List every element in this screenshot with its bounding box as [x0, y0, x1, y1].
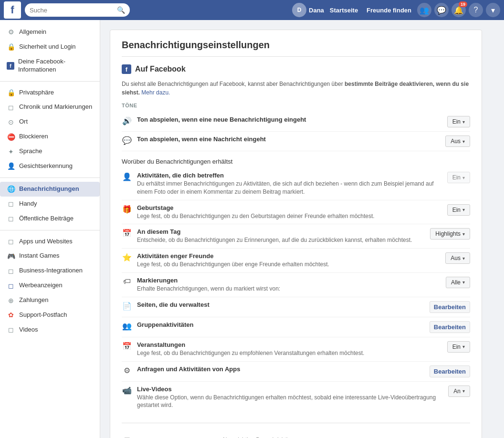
- seiten-edit-btn[interactable]: Bearbeiten: [430, 301, 470, 313]
- groups-icon: 👥: [122, 322, 132, 331]
- chevron-down-icon: ▾: [462, 175, 465, 180]
- ton-neu-dropdown[interactable]: Ein ▾: [447, 116, 470, 127]
- sidebar-item-chronik[interactable]: ◻ Chronik und Markierungen: [0, 100, 100, 115]
- sidebar-item-business[interactable]: ◻ Business-Integrationen: [0, 263, 100, 278]
- sidebar-item-zahlungen[interactable]: ⊕ Zahlungen: [0, 293, 100, 308]
- search-input[interactable]: [30, 7, 115, 14]
- aktivitaeten-dropdown[interactable]: Ein ▾: [447, 172, 470, 183]
- notifications-icon-btn[interactable]: 🔔 19: [452, 3, 466, 17]
- sidebar-item-games[interactable]: 🎮 Instant Games: [0, 249, 100, 263]
- setting-info: Ton abspielen, wenn eine neue Benachrich…: [137, 116, 442, 123]
- messenger-icon-btn[interactable]: 💬: [434, 3, 449, 17]
- setting-info: Ton abspielen, wenn eine Nachricht einge…: [137, 136, 441, 143]
- sidebar-label: Handy: [19, 200, 37, 208]
- freunde-finden-link[interactable]: Freunde finden: [364, 7, 414, 14]
- page-title: Benachrichtigungseinstellungen: [122, 40, 470, 57]
- gear-icon: ⚙: [7, 28, 15, 36]
- bottom-row-email: ✉ E-Mail-Adresse Nur wichtige Benachrich…: [122, 431, 470, 438]
- worüber-label: Worüber du Benachrichtigungen erhältst: [122, 158, 470, 165]
- user-profile[interactable]: D Dana: [292, 3, 324, 17]
- setting-title: Geburtstage: [137, 204, 442, 211]
- sidebar-item-sprache[interactable]: ✦ Sprache: [0, 144, 100, 159]
- apps-icon: ◻: [7, 238, 15, 245]
- chronik-icon: ◻: [7, 104, 15, 111]
- search-bar[interactable]: 🔍: [25, 3, 130, 17]
- mehr-dazu-link[interactable]: Mehr dazu.: [141, 89, 170, 96]
- menu-arrow-btn[interactable]: ▾: [486, 3, 500, 17]
- sidebar-label: Öffentliche Beiträge: [19, 215, 74, 223]
- setting-title: Veranstaltungen: [137, 341, 442, 348]
- startseite-link[interactable]: Startseite: [327, 7, 361, 14]
- friends-icon-btn[interactable]: 👥: [417, 3, 431, 17]
- chevron-down-icon: ▾: [462, 280, 465, 285]
- geburtstage-dropdown[interactable]: Ein ▾: [447, 204, 470, 216]
- help-icon: ?: [474, 6, 478, 14]
- setting-desc: Entscheide, ob du Benachrichtigungen zu …: [137, 236, 425, 244]
- markierungen-dropdown[interactable]: Alle ▾: [446, 277, 470, 288]
- page-icon: 📄: [122, 302, 132, 311]
- sidebar-item-blockieren[interactable]: ⛔ Blockieren: [0, 129, 100, 144]
- sidebar-item-videos[interactable]: ◻ Videos: [0, 323, 100, 337]
- section-description: Du siehst alle Benachrichtigungen auf Fa…: [122, 80, 470, 97]
- sidebar-label: Benachrichtigungen: [19, 185, 79, 193]
- section-title: Auf Facebook: [135, 65, 186, 73]
- sidebar-item-handy[interactable]: ◻ Handy: [0, 197, 100, 211]
- sidebar-label: Business-Integrationen: [19, 267, 83, 275]
- sidebar-item-support[interactable]: ✿ Support-Postfach: [0, 308, 100, 323]
- sidebar-item-apps[interactable]: ◻ Apps und Websites: [0, 234, 100, 249]
- setting-row-geburtstage: 🎁 Geburtstage Lege fest, ob du Benachric…: [122, 200, 470, 225]
- privacy-icon: 🔒: [7, 89, 15, 96]
- setting-action: Aus ▾: [445, 252, 470, 264]
- sidebar-item-benachrichtigungen[interactable]: 🌐 Benachrichtigungen: [0, 182, 100, 197]
- anfragen-edit-btn[interactable]: Bearbeiten: [430, 365, 470, 377]
- an-diesem-tag-dropdown[interactable]: Highlights ▾: [430, 228, 470, 240]
- setting-info: Gruppenaktivitäten: [137, 321, 425, 328]
- sidebar-item-werbeanzeigen[interactable]: ◻ Werbeanzeigen: [0, 278, 100, 293]
- setting-desc: Erhalte Benachrichtigungen, wenn du mark…: [137, 285, 441, 293]
- setting-row-ton-nachricht: 💬 Ton abspielen, wenn eine Nachricht ein…: [122, 132, 470, 151]
- setting-info: Seiten, die du verwaltest: [137, 301, 425, 308]
- setting-row-markierungen: 🏷 Markierungen Erhalte Benachrichtigunge…: [122, 273, 470, 297]
- aktivitaeten-freunde-dropdown[interactable]: Aus ▾: [445, 252, 470, 264]
- events-icon: 📅: [122, 342, 132, 351]
- block-icon: ⛔: [7, 133, 15, 141]
- setting-info: Live-Videos Wähle diese Option, wenn du …: [137, 386, 443, 410]
- sidebar-item-sicherheit[interactable]: 🔒 Sicherheit und Login: [0, 40, 100, 54]
- setting-action: Ein ▾: [447, 341, 470, 353]
- star-icon: ⭐: [122, 253, 132, 262]
- facebook-logo[interactable]: f: [4, 1, 21, 19]
- sound-icon: 🔊: [122, 116, 132, 125]
- setting-desc: Lege fest, ob du Benachrichtigungen zu d…: [137, 212, 442, 220]
- apps-req-icon: ⚙: [122, 366, 132, 375]
- sidebar-label: Support-Postfach: [19, 311, 67, 319]
- live-videos-dropdown[interactable]: An ▾: [448, 386, 470, 397]
- ton-nachricht-dropdown[interactable]: Aus ▾: [445, 136, 470, 147]
- sidebar-label: Ort: [19, 118, 28, 126]
- setting-info: Aktivitäten enger Freunde Lege fest, ob …: [137, 252, 441, 269]
- friends-icon: 👥: [420, 6, 429, 15]
- sidebar-label: Privatsphäre: [19, 89, 54, 97]
- facebook-section-icon: f: [122, 64, 131, 74]
- sidebar-item-oeffentlich[interactable]: ◻ Öffentliche Beiträge: [0, 211, 100, 226]
- sidebar-item-ort[interactable]: ⊙ Ort: [0, 115, 100, 129]
- sidebar-item-privatsphaere[interactable]: 🔒 Privatsphäre: [0, 85, 100, 100]
- sidebar-item-gesicht[interactable]: 👤 Gesichtserkennung: [0, 159, 100, 174]
- help-icon-btn[interactable]: ?: [469, 3, 483, 17]
- language-icon: ✦: [7, 148, 15, 156]
- setting-row-veranstaltungen: 📅 Veranstaltungen Lege fest, ob du Benac…: [122, 337, 470, 362]
- support-icon: ✿: [7, 311, 15, 319]
- sidebar-item-allgemein[interactable]: ⚙ Allgemein: [0, 25, 100, 40]
- avatar: D: [292, 3, 306, 17]
- sidebar-label: Zahlungen: [19, 296, 48, 304]
- setting-action: Bearbeiten: [430, 301, 470, 313]
- sidebar-divider: [0, 81, 100, 82]
- user-icon: 👤: [122, 172, 132, 181]
- calendar-icon: 📅: [122, 229, 132, 238]
- sidebar-item-facebook-info[interactable]: f Deine Facebook-Informationen: [0, 54, 100, 77]
- setting-action: Ein ▾: [447, 172, 470, 183]
- veranstaltungen-dropdown[interactable]: Ein ▾: [447, 341, 470, 353]
- setting-title: An diesem Tag: [137, 228, 425, 235]
- chevron-down-icon: ▾: [462, 231, 465, 237]
- gruppen-edit-btn[interactable]: Bearbeiten: [430, 321, 470, 333]
- sidebar: ⚙ Allgemein 🔒 Sicherheit und Login f Dei…: [0, 20, 100, 438]
